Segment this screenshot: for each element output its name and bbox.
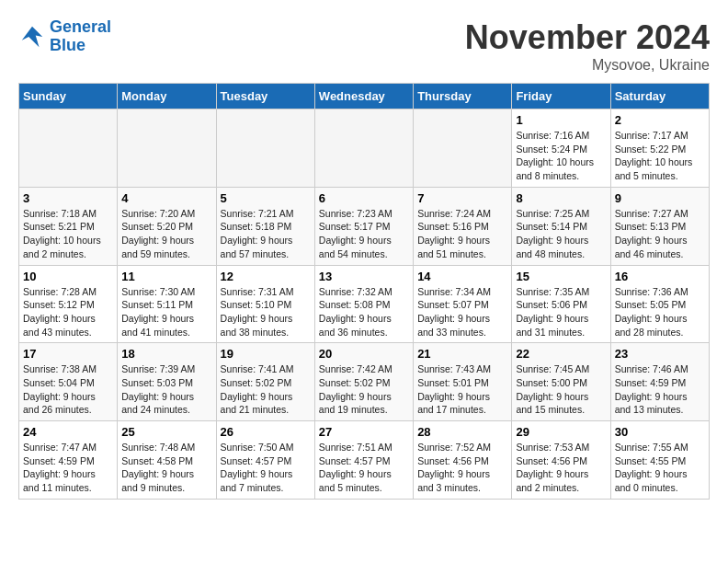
calendar-cell: 26Sunrise: 7:50 AM Sunset: 4:57 PM Dayli…	[216, 421, 314, 500]
logo-bird-icon	[18, 23, 46, 51]
day-number: 12	[221, 270, 311, 283]
calendar-cell: 17Sunrise: 7:38 AM Sunset: 5:04 PM Dayli…	[19, 343, 118, 421]
calendar-cell	[414, 109, 512, 188]
day-info: Sunrise: 7:36 AM Sunset: 5:05 PM Dayligh…	[615, 285, 705, 339]
calendar-cell: 8Sunrise: 7:25 AM Sunset: 5:14 PM Daylig…	[512, 187, 610, 265]
day-info: Sunrise: 7:24 AM Sunset: 5:16 PM Dayligh…	[417, 207, 507, 261]
day-number: 3	[23, 191, 113, 205]
day-number: 15	[516, 270, 606, 283]
day-number: 1	[516, 113, 606, 127]
day-info: Sunrise: 7:20 AM Sunset: 5:20 PM Dayligh…	[121, 207, 211, 261]
day-number: 25	[121, 425, 211, 439]
calendar-cell: 24Sunrise: 7:47 AM Sunset: 4:59 PM Dayli…	[19, 421, 118, 500]
calendar-cell: 21Sunrise: 7:43 AM Sunset: 5:01 PM Dayli…	[414, 343, 512, 421]
day-info: Sunrise: 7:42 AM Sunset: 5:02 PM Dayligh…	[319, 362, 409, 417]
day-number: 30	[615, 425, 705, 439]
day-info: Sunrise: 7:51 AM Sunset: 4:57 PM Dayligh…	[319, 441, 409, 495]
day-info: Sunrise: 7:28 AM Sunset: 5:12 PM Dayligh…	[23, 285, 113, 339]
day-info: Sunrise: 7:16 AM Sunset: 5:24 PM Dayligh…	[516, 129, 606, 183]
day-info: Sunrise: 7:30 AM Sunset: 5:11 PM Dayligh…	[121, 285, 211, 339]
day-info: Sunrise: 7:23 AM Sunset: 5:17 PM Dayligh…	[319, 207, 409, 261]
calendar-cell: 10Sunrise: 7:28 AM Sunset: 5:12 PM Dayli…	[19, 265, 118, 343]
column-header-monday: Monday	[118, 84, 216, 109]
day-number: 24	[23, 425, 113, 439]
day-info: Sunrise: 7:43 AM Sunset: 5:01 PM Dayligh…	[417, 362, 507, 417]
logo-line2: Blue	[50, 36, 85, 54]
month-title: November 2024	[465, 18, 710, 57]
column-header-sunday: Sunday	[19, 84, 118, 109]
day-info: Sunrise: 7:38 AM Sunset: 5:04 PM Dayligh…	[23, 362, 113, 417]
location: Mysovoe, Ukraine	[465, 57, 710, 74]
calendar-week-row: 1Sunrise: 7:16 AM Sunset: 5:24 PM Daylig…	[19, 109, 710, 188]
calendar-cell: 6Sunrise: 7:23 AM Sunset: 5:17 PM Daylig…	[314, 187, 413, 265]
day-info: Sunrise: 7:52 AM Sunset: 4:56 PM Dayligh…	[417, 441, 507, 495]
day-info: Sunrise: 7:50 AM Sunset: 4:57 PM Dayligh…	[221, 441, 311, 495]
day-info: Sunrise: 7:48 AM Sunset: 4:58 PM Dayligh…	[121, 441, 211, 495]
calendar-cell: 15Sunrise: 7:35 AM Sunset: 5:06 PM Dayli…	[512, 265, 610, 343]
title-area: November 2024 Mysovoe, Ukraine	[465, 18, 710, 74]
day-number: 8	[516, 191, 606, 205]
calendar-cell: 20Sunrise: 7:42 AM Sunset: 5:02 PM Dayli…	[314, 343, 413, 421]
calendar-cell: 5Sunrise: 7:21 AM Sunset: 5:18 PM Daylig…	[216, 187, 314, 265]
calendar-table: SundayMondayTuesdayWednesdayThursdayFrid…	[18, 83, 710, 500]
day-info: Sunrise: 7:31 AM Sunset: 5:10 PM Dayligh…	[221, 285, 311, 339]
day-number: 22	[516, 347, 606, 361]
day-number: 13	[319, 270, 409, 283]
calendar-cell: 18Sunrise: 7:39 AM Sunset: 5:03 PM Dayli…	[118, 343, 216, 421]
day-number: 27	[319, 425, 409, 439]
calendar-cell: 29Sunrise: 7:53 AM Sunset: 4:56 PM Dayli…	[512, 421, 610, 500]
calendar-cell	[314, 109, 413, 188]
column-header-tuesday: Tuesday	[216, 84, 314, 109]
day-number: 20	[319, 347, 409, 361]
day-info: Sunrise: 7:46 AM Sunset: 4:59 PM Dayligh…	[615, 362, 705, 417]
day-number: 19	[221, 347, 311, 361]
calendar-cell: 11Sunrise: 7:30 AM Sunset: 5:11 PM Dayli…	[118, 265, 216, 343]
day-info: Sunrise: 7:47 AM Sunset: 4:59 PM Dayligh…	[23, 441, 113, 495]
calendar-week-row: 10Sunrise: 7:28 AM Sunset: 5:12 PM Dayli…	[19, 265, 710, 343]
day-number: 6	[319, 191, 409, 205]
calendar-cell: 28Sunrise: 7:52 AM Sunset: 4:56 PM Dayli…	[414, 421, 512, 500]
day-number: 7	[417, 191, 507, 205]
calendar-cell: 30Sunrise: 7:55 AM Sunset: 4:55 PM Dayli…	[610, 421, 709, 500]
day-info: Sunrise: 7:39 AM Sunset: 5:03 PM Dayligh…	[121, 362, 211, 417]
logo: General Blue	[18, 18, 111, 55]
day-info: Sunrise: 7:27 AM Sunset: 5:13 PM Dayligh…	[615, 207, 705, 261]
day-info: Sunrise: 7:53 AM Sunset: 4:56 PM Dayligh…	[516, 441, 606, 495]
day-number: 9	[615, 191, 705, 205]
calendar-cell: 7Sunrise: 7:24 AM Sunset: 5:16 PM Daylig…	[414, 187, 512, 265]
calendar-cell: 16Sunrise: 7:36 AM Sunset: 5:05 PM Dayli…	[610, 265, 709, 343]
day-number: 10	[23, 270, 113, 283]
calendar-cell: 9Sunrise: 7:27 AM Sunset: 5:13 PM Daylig…	[610, 187, 709, 265]
calendar-cell	[19, 109, 118, 188]
calendar-week-row: 3Sunrise: 7:18 AM Sunset: 5:21 PM Daylig…	[19, 187, 710, 265]
day-info: Sunrise: 7:55 AM Sunset: 4:55 PM Dayligh…	[615, 441, 705, 495]
day-info: Sunrise: 7:21 AM Sunset: 5:18 PM Dayligh…	[221, 207, 311, 261]
day-info: Sunrise: 7:32 AM Sunset: 5:08 PM Dayligh…	[319, 285, 409, 339]
column-header-friday: Friday	[512, 84, 610, 109]
day-number: 11	[121, 270, 211, 283]
day-number: 29	[516, 425, 606, 439]
day-number: 17	[23, 347, 113, 361]
calendar-cell: 3Sunrise: 7:18 AM Sunset: 5:21 PM Daylig…	[19, 187, 118, 265]
calendar-cell: 2Sunrise: 7:17 AM Sunset: 5:22 PM Daylig…	[610, 109, 709, 188]
logo-line1: General	[50, 17, 111, 36]
day-info: Sunrise: 7:45 AM Sunset: 5:00 PM Dayligh…	[516, 362, 606, 417]
calendar-cell: 13Sunrise: 7:32 AM Sunset: 5:08 PM Dayli…	[314, 265, 413, 343]
day-number: 16	[615, 270, 705, 283]
day-number: 26	[221, 425, 311, 439]
day-info: Sunrise: 7:34 AM Sunset: 5:07 PM Dayligh…	[417, 285, 507, 339]
calendar-cell: 1Sunrise: 7:16 AM Sunset: 5:24 PM Daylig…	[512, 109, 610, 188]
calendar-cell	[216, 109, 314, 188]
day-number: 28	[417, 425, 507, 439]
calendar-week-row: 24Sunrise: 7:47 AM Sunset: 4:59 PM Dayli…	[19, 421, 710, 500]
calendar-cell: 19Sunrise: 7:41 AM Sunset: 5:02 PM Dayli…	[216, 343, 314, 421]
calendar-cell: 12Sunrise: 7:31 AM Sunset: 5:10 PM Dayli…	[216, 265, 314, 343]
column-header-thursday: Thursday	[414, 84, 512, 109]
day-number: 14	[417, 270, 507, 283]
calendar-cell: 4Sunrise: 7:20 AM Sunset: 5:20 PM Daylig…	[118, 187, 216, 265]
day-number: 5	[221, 191, 311, 205]
calendar-cell: 25Sunrise: 7:48 AM Sunset: 4:58 PM Dayli…	[118, 421, 216, 500]
logo-text: General Blue	[50, 18, 111, 55]
day-number: 23	[615, 347, 705, 361]
column-header-wednesday: Wednesday	[314, 84, 413, 109]
